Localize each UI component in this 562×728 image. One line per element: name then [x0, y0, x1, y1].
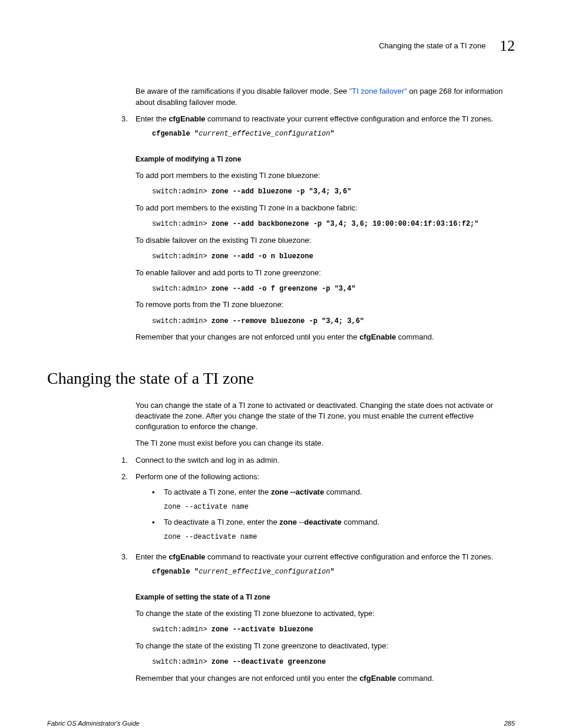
prompt: switch:admin>	[152, 252, 211, 261]
step-body: Enter the cfgEnable command to reactivat…	[135, 114, 515, 144]
text: To deactivate a TI zone, enter the	[164, 518, 279, 526]
text: command to reactivate your current effec…	[206, 552, 494, 561]
command-block: switch:admin> zone --activate bluezone	[152, 625, 515, 635]
command-text: zone --activate bluezone	[211, 625, 313, 634]
command-text: zone --remove bluezone -p "3,4; 3,6"	[211, 317, 364, 325]
command-name: deactivate	[304, 518, 342, 526]
bullet-icon: •	[152, 487, 164, 498]
command-block: switch:admin> zone --add -o f greenzone …	[152, 284, 515, 294]
command-text: zone --add -o f greenzone -p "3,4"	[211, 285, 356, 293]
bullet-icon: •	[152, 517, 164, 528]
step-body: Enter the cfgEnable command to reactivat…	[135, 552, 515, 582]
command-name: zone	[279, 518, 299, 526]
bullet-deactivate: • To deactivate a TI zone, enter the zon…	[152, 517, 515, 528]
command-block: switch:admin> zone --add bluezone -p "3,…	[152, 187, 515, 197]
command-text: zone --add backbonezone -p "3,4; 3,6; 10…	[211, 220, 479, 228]
paragraph: To add port members to the existing TI z…	[135, 170, 515, 181]
page-footer: Fabric OS Administrator's Guide 53-10017…	[47, 719, 515, 728]
command-block: cfgenable "current_effective_configurati…	[152, 129, 515, 139]
command-block: switch:admin> zone --remove bluezone -p …	[152, 317, 515, 327]
step-3: 3. Enter the cfgEnable command to reacti…	[121, 552, 515, 582]
command-arg: name	[240, 533, 257, 541]
step-1: 1. Connect to the switch and log in as a…	[121, 455, 515, 466]
prompt: switch:admin>	[152, 220, 211, 228]
paragraph: Remember that your changes are not enfor…	[135, 332, 515, 342]
command-text: zone --deactivate	[164, 533, 240, 541]
chapter-number: 12	[500, 37, 515, 54]
text: Remember that your changes are not enfor…	[135, 674, 359, 683]
text: To activate a TI zone, enter the	[164, 487, 271, 496]
prompt: switch:admin>	[152, 317, 211, 325]
command-arg: name	[232, 503, 249, 511]
text: Be aware of the ramifications if you dis…	[135, 87, 349, 95]
command-block: switch:admin> zone --add backbonezone -p…	[152, 219, 515, 229]
step-number: 1.	[121, 455, 135, 466]
text: Remember that your changes are not enfor…	[135, 332, 359, 341]
paragraph: To remove ports from the TI zone bluezon…	[135, 299, 515, 310]
prompt: switch:admin>	[152, 625, 211, 634]
step-3: 3. Enter the cfgEnable command to reacti…	[121, 114, 515, 144]
bullet-body: To activate a TI zone, enter the zone --…	[164, 487, 515, 498]
command-text: cfgenable "	[152, 568, 199, 576]
command-text: "	[330, 568, 334, 576]
step-body: Connect to the switch and log in as admi…	[135, 455, 515, 466]
command-text: zone --deactivate greenzone	[211, 658, 326, 666]
command-block: zone --deactivate name	[164, 532, 515, 542]
command-text: cfgenable "	[152, 130, 199, 138]
paragraph: To change the state of the existing TI z…	[135, 608, 515, 619]
step-body: Perform one of the following actions: • …	[135, 472, 515, 546]
prompt: switch:admin>	[152, 187, 211, 196]
bullet-activate: • To activate a TI zone, enter the zone …	[152, 487, 515, 498]
command-text: zone --add bluezone -p "3,4; 3,6"	[211, 187, 352, 196]
step-number: 3.	[121, 114, 135, 144]
text: command.	[396, 674, 434, 683]
page-header: Changing the state of a TI zone 12	[47, 35, 515, 57]
command-arg: current_effective_configuration	[199, 130, 330, 138]
paragraph: To add port members to the existing TI z…	[135, 203, 515, 213]
header-title: Changing the state of a TI zone	[379, 41, 485, 50]
example-heading: Example of modifying a TI zone	[135, 154, 515, 164]
command-name: cfgEnable	[168, 114, 205, 123]
paragraph: The TI zone must exist before you can ch…	[135, 438, 515, 449]
text: command.	[324, 487, 362, 496]
paragraph: Remember that your changes are not enfor…	[135, 673, 515, 684]
paragraph: Be aware of the ramifications if you dis…	[135, 86, 515, 107]
command-arg: current_effective_configuration	[199, 568, 330, 576]
text: command.	[342, 518, 379, 526]
command-text: "	[330, 130, 334, 138]
step-number: 2.	[121, 472, 135, 546]
bullet-body: To deactivate a TI zone, enter the zone …	[164, 517, 515, 528]
command-block: zone --activate name	[164, 502, 515, 512]
doc-title: Fabric OS Administrator's Guide	[47, 719, 140, 728]
command-block: cfgenable "current_effective_configurati…	[152, 567, 515, 577]
text: Enter the	[135, 552, 168, 561]
command-name: zone --activate	[271, 487, 324, 496]
command-name: cfgEnable	[359, 332, 396, 341]
page-content: Be aware of the ramifications if you dis…	[135, 86, 515, 683]
section-heading: Changing the state of a TI zone	[47, 367, 515, 390]
text: Enter the	[135, 114, 168, 123]
paragraph: To disable failover on the existing TI z…	[135, 235, 515, 246]
text: command.	[396, 332, 434, 341]
step-number: 3.	[121, 552, 135, 582]
prompt: switch:admin>	[152, 658, 211, 666]
text: command to reactivate your current effec…	[206, 114, 494, 123]
paragraph: You can change the state of a TI zone to…	[135, 400, 515, 433]
command-name: cfgEnable	[168, 552, 205, 561]
footer-left: Fabric OS Administrator's Guide 53-10017…	[47, 719, 140, 728]
prompt: switch:admin>	[152, 285, 211, 293]
command-name: cfgEnable	[359, 674, 396, 683]
step-2: 2. Perform one of the following actions:…	[121, 472, 515, 546]
example-heading: Example of setting the state of a TI zon…	[135, 592, 515, 602]
command-block: switch:admin> zone --deactivate greenzon…	[152, 657, 515, 667]
command-text: zone --add -o n bluezone	[211, 252, 313, 261]
text: --	[299, 518, 305, 526]
command-text: zone --activate	[164, 503, 232, 511]
command-block: switch:admin> zone --add -o n bluezone	[152, 252, 515, 262]
page-number: 285	[504, 719, 515, 728]
text: Perform one of the following actions:	[135, 472, 259, 481]
paragraph: To enable failover and add ports to TI z…	[135, 268, 515, 278]
ti-zone-failover-link[interactable]: "TI zone failover"	[349, 87, 407, 95]
paragraph: To change the state of the existing TI z…	[135, 641, 515, 651]
